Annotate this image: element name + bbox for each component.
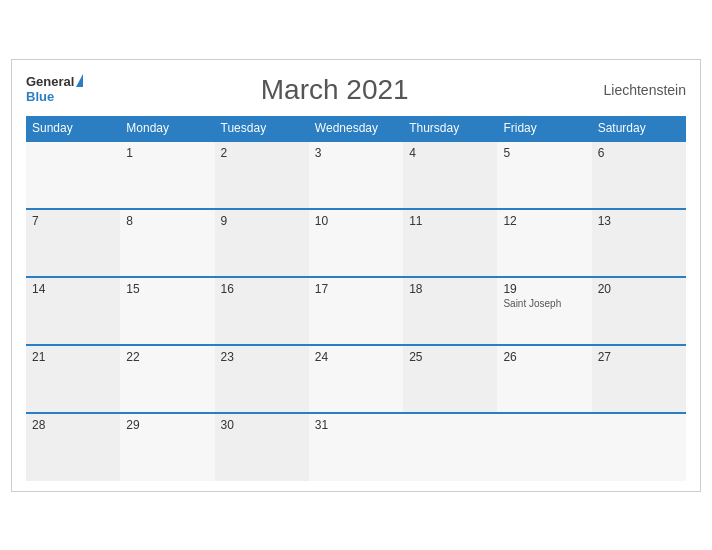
- day-number: 5: [503, 146, 585, 160]
- day-number: 26: [503, 350, 585, 364]
- weekday-header-friday: Friday: [497, 116, 591, 141]
- calendar-day-cell: 5: [497, 141, 591, 209]
- calendar-day-cell: 11: [403, 209, 497, 277]
- calendar-day-cell: 26: [497, 345, 591, 413]
- calendar-day-cell: 30: [215, 413, 309, 481]
- calendar-header: General Blue March 2021 Liechtenstein: [26, 74, 686, 106]
- calendar-day-cell: 22: [120, 345, 214, 413]
- calendar-day-cell: [26, 141, 120, 209]
- calendar-day-cell: 9: [215, 209, 309, 277]
- calendar-day-cell: [403, 413, 497, 481]
- calendar-day-cell: 20: [592, 277, 686, 345]
- day-number: 14: [32, 282, 114, 296]
- day-number: 16: [221, 282, 303, 296]
- calendar-week-row: 123456: [26, 141, 686, 209]
- day-number: 12: [503, 214, 585, 228]
- day-number: 21: [32, 350, 114, 364]
- day-number: 3: [315, 146, 397, 160]
- calendar-day-cell: 8: [120, 209, 214, 277]
- calendar-day-cell: 17: [309, 277, 403, 345]
- logo-flag-icon: [76, 74, 83, 87]
- calendar-day-cell: 7: [26, 209, 120, 277]
- month-title: March 2021: [83, 74, 586, 106]
- calendar-day-cell: [497, 413, 591, 481]
- day-number: 15: [126, 282, 208, 296]
- day-number: 17: [315, 282, 397, 296]
- logo-general-text: General: [26, 75, 74, 89]
- calendar-day-cell: 13: [592, 209, 686, 277]
- day-number: 20: [598, 282, 680, 296]
- day-number: 13: [598, 214, 680, 228]
- calendar-day-cell: 27: [592, 345, 686, 413]
- day-number: 27: [598, 350, 680, 364]
- calendar-day-cell: 1: [120, 141, 214, 209]
- calendar-day-cell: 18: [403, 277, 497, 345]
- calendar-container: General Blue March 2021 Liechtenstein Su…: [11, 59, 701, 492]
- calendar-week-row: 21222324252627: [26, 345, 686, 413]
- day-number: 9: [221, 214, 303, 228]
- calendar-day-cell: 10: [309, 209, 403, 277]
- calendar-day-cell: 14: [26, 277, 120, 345]
- day-number: 1: [126, 146, 208, 160]
- calendar-day-cell: 23: [215, 345, 309, 413]
- calendar-day-cell: 24: [309, 345, 403, 413]
- day-number: 19: [503, 282, 585, 296]
- calendar-day-cell: 15: [120, 277, 214, 345]
- calendar-day-cell: 6: [592, 141, 686, 209]
- weekday-header-wednesday: Wednesday: [309, 116, 403, 141]
- day-number: 7: [32, 214, 114, 228]
- calendar-day-cell: 3: [309, 141, 403, 209]
- calendar-day-cell: 16: [215, 277, 309, 345]
- calendar-day-cell: 12: [497, 209, 591, 277]
- day-number: 28: [32, 418, 114, 432]
- event-label: Saint Joseph: [503, 298, 585, 309]
- weekday-header-row: SundayMondayTuesdayWednesdayThursdayFrid…: [26, 116, 686, 141]
- day-number: 8: [126, 214, 208, 228]
- weekday-header-sunday: Sunday: [26, 116, 120, 141]
- day-number: 22: [126, 350, 208, 364]
- calendar-week-row: 28293031: [26, 413, 686, 481]
- calendar-day-cell: [592, 413, 686, 481]
- calendar-day-cell: 4: [403, 141, 497, 209]
- day-number: 4: [409, 146, 491, 160]
- calendar-day-cell: 2: [215, 141, 309, 209]
- weekday-header-thursday: Thursday: [403, 116, 497, 141]
- day-number: 11: [409, 214, 491, 228]
- calendar-day-cell: 29: [120, 413, 214, 481]
- calendar-day-cell: 25: [403, 345, 497, 413]
- calendar-day-cell: 19Saint Joseph: [497, 277, 591, 345]
- logo-blue-text: Blue: [26, 90, 83, 104]
- calendar-day-cell: 21: [26, 345, 120, 413]
- calendar-grid: SundayMondayTuesdayWednesdayThursdayFrid…: [26, 116, 686, 481]
- day-number: 29: [126, 418, 208, 432]
- day-number: 31: [315, 418, 397, 432]
- calendar-day-cell: 31: [309, 413, 403, 481]
- calendar-week-row: 78910111213: [26, 209, 686, 277]
- day-number: 25: [409, 350, 491, 364]
- day-number: 23: [221, 350, 303, 364]
- calendar-week-row: 141516171819Saint Joseph20: [26, 277, 686, 345]
- calendar-day-cell: 28: [26, 413, 120, 481]
- day-number: 6: [598, 146, 680, 160]
- day-number: 30: [221, 418, 303, 432]
- day-number: 18: [409, 282, 491, 296]
- weekday-header-tuesday: Tuesday: [215, 116, 309, 141]
- logo: General Blue: [26, 75, 83, 104]
- day-number: 2: [221, 146, 303, 160]
- weekday-header-saturday: Saturday: [592, 116, 686, 141]
- day-number: 24: [315, 350, 397, 364]
- weekday-header-monday: Monday: [120, 116, 214, 141]
- country-name: Liechtenstein: [586, 82, 686, 98]
- day-number: 10: [315, 214, 397, 228]
